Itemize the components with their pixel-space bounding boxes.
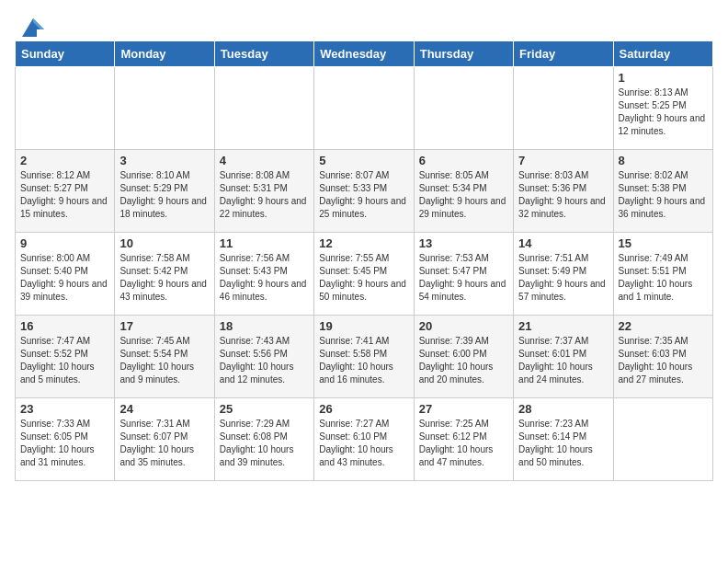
day-number: 9: [20, 236, 109, 250]
day-number: 20: [419, 319, 508, 333]
day-number: 12: [319, 236, 408, 250]
day-header-sunday: Sunday: [16, 41, 115, 67]
calendar-cell: 6Sunrise: 8:05 AM Sunset: 5:34 PM Daylig…: [414, 150, 513, 233]
day-info: Sunrise: 8:10 AM Sunset: 5:29 PM Dayligh…: [119, 169, 209, 221]
calendar-cell: 1Sunrise: 8:13 AM Sunset: 5:25 PM Daylig…: [613, 67, 712, 150]
day-number: 21: [518, 319, 608, 333]
day-info: Sunrise: 7:27 AM Sunset: 6:10 PM Dayligh…: [319, 418, 408, 469]
day-number: 22: [619, 319, 708, 333]
week-row-5: 23Sunrise: 7:33 AM Sunset: 6:05 PM Dayli…: [16, 398, 713, 481]
calendar-cell: [314, 67, 414, 150]
day-number: 6: [419, 154, 508, 167]
day-header-thursday: Thursday: [414, 41, 513, 67]
day-info: Sunrise: 7:55 AM Sunset: 5:45 PM Dayligh…: [319, 252, 408, 304]
day-number: 1: [619, 71, 708, 85]
day-number: 4: [220, 154, 309, 167]
calendar-cell: 13Sunrise: 7:53 AM Sunset: 5:47 PM Dayli…: [414, 233, 513, 316]
day-info: Sunrise: 7:47 AM Sunset: 5:52 PM Dayligh…: [20, 335, 109, 386]
day-info: Sunrise: 7:39 AM Sunset: 6:00 PM Dayligh…: [419, 335, 508, 386]
calendar-cell: 10Sunrise: 7:58 AM Sunset: 5:42 PM Dayli…: [115, 233, 214, 316]
header-row: SundayMondayTuesdayWednesdayThursdayFrid…: [16, 41, 713, 67]
day-info: Sunrise: 8:13 AM Sunset: 5:25 PM Dayligh…: [619, 86, 708, 138]
calendar-cell: [214, 67, 313, 150]
day-info: Sunrise: 8:00 AM Sunset: 5:40 PM Dayligh…: [20, 252, 109, 304]
day-number: 25: [220, 402, 309, 416]
day-header-saturday: Saturday: [613, 41, 712, 67]
day-info: Sunrise: 7:23 AM Sunset: 6:14 PM Dayligh…: [518, 418, 608, 469]
calendar-cell: 4Sunrise: 8:08 AM Sunset: 5:31 PM Daylig…: [214, 150, 313, 233]
calendar-cell: [613, 398, 712, 481]
day-number: 5: [319, 154, 408, 167]
header: [15, 15, 713, 33]
calendar-cell: 15Sunrise: 7:49 AM Sunset: 5:51 PM Dayli…: [613, 233, 712, 316]
day-number: 11: [220, 236, 309, 250]
day-number: 17: [119, 319, 209, 333]
day-info: Sunrise: 7:37 AM Sunset: 6:01 PM Dayligh…: [518, 335, 608, 386]
day-number: 14: [518, 236, 608, 250]
calendar-cell: 25Sunrise: 7:29 AM Sunset: 6:08 PM Dayli…: [214, 398, 313, 481]
day-info: Sunrise: 7:31 AM Sunset: 6:07 PM Dayligh…: [119, 418, 209, 469]
day-number: 18: [220, 319, 309, 333]
day-info: Sunrise: 7:29 AM Sunset: 6:08 PM Dayligh…: [220, 418, 309, 469]
week-row-3: 9Sunrise: 8:00 AM Sunset: 5:40 PM Daylig…: [16, 233, 713, 316]
calendar-cell: [514, 67, 613, 150]
day-info: Sunrise: 7:25 AM Sunset: 6:12 PM Dayligh…: [419, 418, 508, 469]
calendar-cell: 21Sunrise: 7:37 AM Sunset: 6:01 PM Dayli…: [514, 316, 613, 398]
calendar-cell: 24Sunrise: 7:31 AM Sunset: 6:07 PM Dayli…: [115, 398, 214, 481]
day-header-tuesday: Tuesday: [214, 41, 313, 67]
day-info: Sunrise: 7:33 AM Sunset: 6:05 PM Dayligh…: [20, 418, 109, 469]
day-header-friday: Friday: [514, 41, 613, 67]
day-number: 24: [119, 402, 209, 416]
day-number: 7: [518, 154, 608, 167]
calendar-cell: 28Sunrise: 7:23 AM Sunset: 6:14 PM Dayli…: [514, 398, 613, 481]
day-info: Sunrise: 7:45 AM Sunset: 5:54 PM Dayligh…: [119, 335, 209, 386]
day-info: Sunrise: 7:35 AM Sunset: 6:03 PM Dayligh…: [619, 335, 708, 386]
day-number: 15: [619, 236, 708, 250]
day-info: Sunrise: 8:08 AM Sunset: 5:31 PM Dayligh…: [220, 169, 309, 221]
day-header-monday: Monday: [115, 41, 214, 67]
day-number: 26: [319, 402, 408, 416]
day-info: Sunrise: 7:41 AM Sunset: 5:58 PM Dayligh…: [319, 335, 408, 386]
day-info: Sunrise: 7:56 AM Sunset: 5:43 PM Dayligh…: [220, 252, 309, 304]
day-info: Sunrise: 7:58 AM Sunset: 5:42 PM Dayligh…: [119, 252, 209, 304]
calendar-cell: 27Sunrise: 7:25 AM Sunset: 6:12 PM Dayli…: [414, 398, 513, 481]
calendar-cell: 16Sunrise: 7:47 AM Sunset: 5:52 PM Dayli…: [16, 316, 115, 398]
logo-icon: [18, 15, 48, 40]
day-number: 3: [119, 154, 209, 167]
calendar-cell: 14Sunrise: 7:51 AM Sunset: 5:49 PM Dayli…: [514, 233, 613, 316]
calendar-cell: [16, 67, 115, 150]
day-info: Sunrise: 8:02 AM Sunset: 5:38 PM Dayligh…: [619, 169, 708, 221]
calendar-cell: 18Sunrise: 7:43 AM Sunset: 5:56 PM Dayli…: [214, 316, 313, 398]
week-row-4: 16Sunrise: 7:47 AM Sunset: 5:52 PM Dayli…: [16, 316, 713, 398]
day-info: Sunrise: 8:12 AM Sunset: 5:27 PM Dayligh…: [20, 169, 109, 221]
day-number: 13: [419, 236, 508, 250]
day-info: Sunrise: 7:49 AM Sunset: 5:51 PM Dayligh…: [619, 252, 708, 304]
calendar-cell: 26Sunrise: 7:27 AM Sunset: 6:10 PM Dayli…: [314, 398, 414, 481]
day-info: Sunrise: 8:07 AM Sunset: 5:33 PM Dayligh…: [319, 169, 408, 221]
calendar-cell: 5Sunrise: 8:07 AM Sunset: 5:33 PM Daylig…: [314, 150, 414, 233]
calendar-cell: 22Sunrise: 7:35 AM Sunset: 6:03 PM Dayli…: [613, 316, 712, 398]
calendar-cell: 9Sunrise: 8:00 AM Sunset: 5:40 PM Daylig…: [16, 233, 115, 316]
calendar-cell: 12Sunrise: 7:55 AM Sunset: 5:45 PM Dayli…: [314, 233, 414, 316]
week-row-2: 2Sunrise: 8:12 AM Sunset: 5:27 PM Daylig…: [16, 150, 713, 233]
day-info: Sunrise: 7:53 AM Sunset: 5:47 PM Dayligh…: [419, 252, 508, 304]
logo: [15, 15, 48, 33]
week-row-1: 1Sunrise: 8:13 AM Sunset: 5:25 PM Daylig…: [16, 67, 713, 150]
calendar-cell: 7Sunrise: 8:03 AM Sunset: 5:36 PM Daylig…: [514, 150, 613, 233]
day-number: 8: [619, 154, 708, 167]
day-info: Sunrise: 8:03 AM Sunset: 5:36 PM Dayligh…: [518, 169, 608, 221]
calendar-table: SundayMondayTuesdayWednesdayThursdayFrid…: [15, 40, 713, 481]
day-number: 2: [20, 154, 109, 167]
calendar-cell: 11Sunrise: 7:56 AM Sunset: 5:43 PM Dayli…: [214, 233, 313, 316]
day-info: Sunrise: 8:05 AM Sunset: 5:34 PM Dayligh…: [419, 169, 508, 221]
day-info: Sunrise: 7:51 AM Sunset: 5:49 PM Dayligh…: [518, 252, 608, 304]
calendar-cell: [115, 67, 214, 150]
day-header-wednesday: Wednesday: [314, 41, 414, 67]
calendar-cell: 8Sunrise: 8:02 AM Sunset: 5:38 PM Daylig…: [613, 150, 712, 233]
day-number: 16: [20, 319, 109, 333]
calendar-cell: 2Sunrise: 8:12 AM Sunset: 5:27 PM Daylig…: [16, 150, 115, 233]
calendar-cell: 19Sunrise: 7:41 AM Sunset: 5:58 PM Dayli…: [314, 316, 414, 398]
calendar-cell: 3Sunrise: 8:10 AM Sunset: 5:29 PM Daylig…: [115, 150, 214, 233]
calendar-cell: 17Sunrise: 7:45 AM Sunset: 5:54 PM Dayli…: [115, 316, 214, 398]
calendar-cell: 20Sunrise: 7:39 AM Sunset: 6:00 PM Dayli…: [414, 316, 513, 398]
